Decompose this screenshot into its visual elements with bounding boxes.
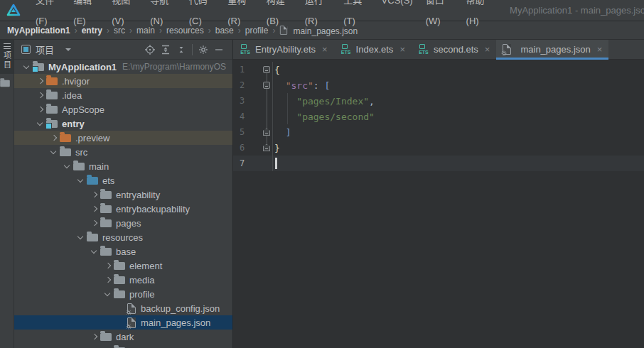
tool-window-stripe: 项目 [0,40,14,348]
tree-item-media[interactable]: media [14,273,232,287]
chevron-down-icon[interactable] [21,61,33,72]
fold-column [262,62,273,77]
chevron-right-icon[interactable] [89,189,100,200]
tab-label: main_pages.json [520,44,590,55]
tree-item-pages[interactable]: pages [14,216,232,230]
tree-item-myapplication1[interactable]: MyApplication1E:\myProgram\HarmonyOS [14,60,232,74]
tree-item-base[interactable]: base [14,244,232,259]
chevron-down-icon[interactable] [65,48,71,51]
folder-icon [73,163,85,170]
hide-panel-button[interactable] [211,42,227,58]
tree-item-label: media [129,275,154,286]
fold-marker-icon[interactable] [263,144,270,151]
tree-item-label: dark [116,332,134,342]
tree-item-hvigor[interactable]: .hvigor [14,74,232,88]
json-file-icon [127,303,136,314]
tree-item-label: .hvigor [62,76,90,87]
tree-item-dark[interactable]: dark [14,330,232,344]
chevron-right-icon[interactable] [102,260,114,271]
collapse-all-button[interactable] [173,42,189,58]
menu-item-w[interactable]: 窗口(W) [419,0,460,31]
tree-item-label: ets [102,175,114,186]
tree-item-main-pages-json[interactable]: main_pages.json [14,315,232,330]
close-icon[interactable]: × [597,44,603,55]
folder-icon [46,106,58,114]
tab-entryability-ets[interactable]: ETSEntryAbility.ets× [233,40,334,59]
code-line-4: 4 "pages/second" [233,109,644,124]
tab-index-ets[interactable]: ETSIndex.ets× [334,40,412,59]
breadcrumb-item-resources[interactable]: resources [166,26,204,36]
tree-item-resources[interactable]: resources [14,230,232,244]
project-files-icon[interactable] [0,80,9,87]
tab-main-pages-json[interactable]: main_pages.json× [496,40,608,59]
tree-item-entrybackupability[interactable]: entrybackupability [14,202,232,216]
breadcrumb-separator: › [129,26,132,36]
chevron-right-icon[interactable] [35,75,46,87]
chevron-right-icon[interactable] [89,203,100,214]
breadcrumb-item-entry[interactable]: entry [82,26,102,36]
fold-marker-icon[interactable] [263,82,270,89]
chevron-right-icon[interactable] [35,89,46,101]
fold-marker-icon[interactable] [263,129,270,136]
expand-all-button[interactable] [158,42,173,58]
chevron-down-icon[interactable] [62,161,73,172]
project-view-selector-icon[interactable] [21,45,31,54]
fold-marker-icon[interactable] [263,66,270,73]
breadcrumb-item-main-pages-json[interactable]: main_pages.json [279,25,358,36]
tree-item-profile[interactable]: profile [14,287,232,301]
tree-item-label: .preview [75,133,109,143]
tab-second-ets[interactable]: ETSsecond.ets× [412,40,496,59]
tab-label: second.ets [434,44,478,55]
breadcrumb-item-src[interactable]: src [114,26,125,36]
tree-item-entryability[interactable]: entryability [14,187,232,202]
tree-item-element[interactable]: element [14,259,232,273]
tree-item-label: base [116,246,136,257]
breadcrumb-item-base[interactable]: base [215,26,234,36]
text-caret [275,158,277,169]
breadcrumb-item-profile[interactable]: profile [245,26,269,36]
menu-item-vcs-s[interactable]: VCS(S) [375,0,419,31]
chevron-down-icon[interactable] [35,118,46,129]
project-view-icon [4,43,11,49]
code-editor[interactable]: 1{2 "src": [3 "pages/Index",4 "pages/sec… [233,60,644,348]
breadcrumb-item-myapplication1[interactable]: MyApplication1 [7,26,70,36]
breadcrumb-separator: › [75,26,77,36]
chevron-down-icon[interactable] [75,232,87,243]
chevron-right-icon[interactable] [102,274,114,286]
tree-item-src[interactable]: src [14,145,232,159]
fold-column [262,156,273,171]
close-icon[interactable]: × [322,44,328,55]
chevron-down-icon[interactable] [75,175,87,186]
tree-item-preview[interactable]: .preview [14,131,232,145]
close-icon[interactable]: × [485,44,490,55]
chevron-down-icon[interactable] [89,246,100,257]
gear-icon[interactable] [195,42,211,58]
tree-item-idea[interactable]: .idea [14,88,232,102]
stripe-tab-project[interactable]: 项目 [0,40,14,74]
tree-item-ets[interactable]: ets [14,173,232,187]
chevron-down-icon[interactable] [102,288,114,300]
close-icon[interactable]: × [399,44,405,55]
tree-item-appscope[interactable]: AppScope [14,102,232,116]
breadcrumb-item-main[interactable]: main [136,26,155,36]
menu-item-h[interactable]: 帮助(H) [460,0,499,31]
tree-item-entry[interactable]: entry [14,116,232,131]
tree-item-partial[interactable] [14,344,232,348]
line-number: 6 [233,143,262,153]
chevron-down-icon[interactable] [48,146,60,158]
chevron-right-icon[interactable] [35,104,46,115]
chevron-right-icon[interactable] [48,132,60,143]
fold-column [262,77,273,93]
tree-item-backup-config-json[interactable]: backup_config.json [14,301,232,315]
folder-icon [114,290,125,298]
project-panel: 项目 MyApplication1E:\myProgram\HarmonyOS.… [14,40,233,348]
chevron-right-icon[interactable] [89,217,100,229]
ets-file-icon: ETS [418,44,429,55]
chevron-right-icon[interactable] [89,331,100,342]
folder-icon [100,248,112,256]
code-text: { [273,65,280,75]
folder-icon [60,148,71,156]
tree-item-main[interactable]: main [14,159,232,173]
code-text [273,158,277,169]
locate-file-button[interactable] [142,42,158,58]
